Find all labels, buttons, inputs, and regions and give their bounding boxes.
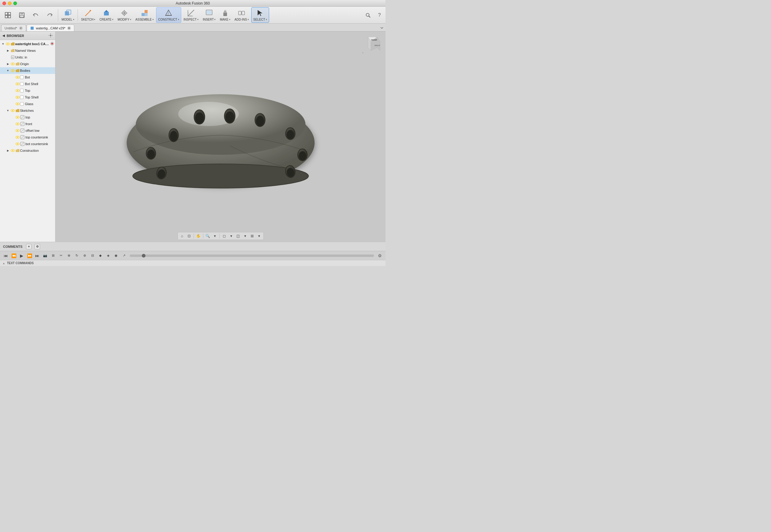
anim-capture-button[interactable]: 📷 — [42, 252, 48, 259]
tab-untitled[interactable]: Untitled* ✕ — [1, 25, 26, 31]
redo-button[interactable] — [43, 10, 56, 21]
anim-keyframe-button[interactable]: ◆ — [97, 252, 104, 259]
glass-checkbox[interactable] — [20, 102, 24, 106]
anim-prev-button[interactable]: ⏮ — [2, 252, 9, 259]
make-button[interactable]: MAKE ▾ — [218, 8, 232, 22]
anim-opacity-button[interactable]: ◈ — [105, 252, 111, 259]
home-view-button[interactable]: ⌂ — [179, 233, 185, 239]
tree-item-sketches[interactable]: ▼ Sketches — [0, 107, 55, 114]
toggle-named-views[interactable]: ▶ — [5, 48, 10, 53]
zoom-dropdown-button[interactable]: ▾ — [212, 233, 218, 239]
view-cube[interactable]: FRONT RIGHT ↑ — [362, 34, 383, 55]
timeline-thumb[interactable] — [142, 254, 145, 258]
save-button[interactable] — [15, 10, 28, 21]
minimize-button[interactable] — [8, 2, 12, 5]
tree-item-sketch-top-countersink[interactable]: top countersink — [0, 134, 55, 141]
collapse-icon[interactable]: ◀ — [2, 34, 5, 37]
eye-bodies-icon[interactable] — [10, 68, 15, 73]
anim-section-button[interactable]: ⊟ — [89, 252, 96, 259]
zoom-button[interactable]: 🔍 — [205, 233, 211, 239]
eye-sketch-front-icon[interactable] — [15, 121, 20, 126]
eye-construction-icon[interactable] — [10, 148, 15, 153]
env-button[interactable]: ◫ — [235, 233, 241, 239]
assemble-button[interactable]: ASSEMBLE ▾ — [134, 8, 155, 22]
anim-play-button[interactable]: ▶ — [18, 252, 25, 259]
tab-untitled-close[interactable]: ✕ — [19, 26, 23, 30]
animation-settings-button[interactable]: ⚙ — [376, 252, 383, 259]
tree-item-root[interactable]: ▼ watertight box1 CAM v29 — [0, 41, 55, 47]
eye-bot-icon[interactable] — [15, 75, 20, 80]
eye-sketch-bot-cs-icon[interactable] — [15, 141, 20, 146]
tree-item-bodies[interactable]: ▼ Bodies — [0, 67, 55, 74]
anim-select2-button[interactable]: ↗ — [121, 252, 127, 259]
grid-view-dropdown[interactable]: ▾ — [256, 233, 262, 239]
addins-button[interactable]: ADD-INS ▾ — [233, 8, 251, 22]
grid-view-button[interactable]: ⊞ — [249, 233, 255, 239]
eye-top-shell-icon[interactable] — [15, 95, 20, 100]
select-button[interactable]: SELECT ▾ — [251, 7, 269, 23]
top-checkbox[interactable] — [20, 89, 24, 92]
tree-item-units[interactable]: in Units: in — [0, 54, 55, 61]
timeline-track[interactable] — [130, 254, 374, 257]
tree-item-top[interactable]: Top — [0, 87, 55, 94]
tree-item-bot[interactable]: Bot — [0, 74, 55, 81]
tree-item-named-views[interactable]: ▶ Named Views — [0, 47, 55, 54]
bot-checkbox[interactable] — [20, 75, 24, 79]
eye-sketch-top-cs-icon[interactable] — [15, 135, 20, 140]
modify-button[interactable]: MODIFY ▾ — [116, 8, 133, 22]
construct-button[interactable]: CONSTRUCT ▾ — [156, 7, 181, 23]
viewport[interactable]: FRONT RIGHT ↑ ⌂ ⊡ ✋ 🔍 ▾ ◻ ▾ ◫ ▾ ⊞ ▾ — [55, 32, 385, 242]
anim-explode-button[interactable]: ⊛ — [81, 252, 88, 259]
anim-rotate-button[interactable]: ↻ — [73, 252, 80, 259]
tree-item-sketch-front[interactable]: front — [0, 121, 55, 127]
tree-item-sketch-bot-countersink[interactable]: bot countersink — [0, 141, 55, 147]
eye-top-icon[interactable] — [15, 88, 20, 93]
eye-sketch-top-icon[interactable] — [15, 115, 20, 120]
pan-button[interactable]: ✋ — [195, 233, 201, 239]
tree-item-bot-shell[interactable]: Bot Shell — [0, 81, 55, 87]
tree-item-sketch-top[interactable]: top — [0, 114, 55, 121]
inspect-button[interactable]: INSPECT ▾ — [182, 8, 200, 22]
tree-item-construction[interactable]: ▶ Construction — [0, 147, 55, 154]
anim-render-button[interactable]: ⊞ — [50, 252, 56, 259]
grid-button[interactable] — [1, 10, 15, 21]
eye-sketches-icon[interactable] — [10, 108, 15, 113]
sketch-button[interactable]: SKETCH ▾ — [79, 8, 97, 22]
maximize-button[interactable] — [13, 2, 17, 5]
eye-root-icon[interactable] — [5, 42, 10, 46]
model-button[interactable]: MODEL ▾ — [60, 8, 76, 22]
toggle-origin[interactable]: ▶ — [5, 62, 10, 66]
tab-watertight-close[interactable]: ✕ — [67, 26, 71, 30]
anim-trim-button[interactable]: ✂ — [58, 252, 64, 259]
toggle-sketches[interactable]: ▼ — [5, 108, 10, 113]
eye-glass-icon[interactable] — [15, 101, 20, 106]
browser-settings-icon[interactable] — [48, 33, 53, 38]
tree-item-sketch-offset-low[interactable]: offset low — [0, 127, 55, 134]
toggle-construction[interactable]: ▶ — [5, 148, 10, 153]
search-button[interactable] — [363, 11, 373, 19]
tab-watertight[interactable]: watertig...CAM v29* ✕ — [27, 25, 74, 31]
bot-shell-checkbox[interactable] — [20, 82, 24, 86]
anim-appearance-button[interactable]: ◉ — [113, 252, 119, 259]
env-dropdown[interactable]: ▾ — [242, 233, 248, 239]
toggle-root[interactable]: ▼ — [1, 42, 5, 46]
help-button[interactable]: ? — [374, 11, 384, 19]
anim-move-button[interactable]: ⊕ — [65, 252, 72, 259]
toggle-bodies[interactable]: ▼ — [5, 68, 10, 73]
comments-settings-button[interactable]: ⚙ — [35, 244, 40, 249]
eye-origin-icon[interactable] — [10, 62, 15, 66]
anim-next-button[interactable]: ⏭ — [34, 252, 41, 259]
eye-sketch-offset-low-icon[interactable] — [15, 128, 20, 133]
anim-step-back-button[interactable]: ⏪ — [10, 252, 17, 259]
top-shell-checkbox[interactable] — [20, 95, 24, 99]
anim-step-forward-button[interactable]: ⏩ — [26, 252, 33, 259]
eye-bot-shell-icon[interactable] — [15, 81, 20, 86]
create-button[interactable]: CREATE ▾ — [98, 8, 115, 22]
tree-item-glass[interactable]: Glass — [0, 101, 55, 107]
add-comment-button[interactable]: + — [26, 244, 32, 249]
display-mode-dropdown[interactable]: ▾ — [228, 233, 234, 239]
undo-button[interactable] — [29, 10, 42, 21]
tree-item-top-shell[interactable]: Top Shell — [0, 94, 55, 101]
window-controls[interactable] — [2, 2, 17, 5]
tree-item-origin[interactable]: ▶ Origin — [0, 61, 55, 67]
